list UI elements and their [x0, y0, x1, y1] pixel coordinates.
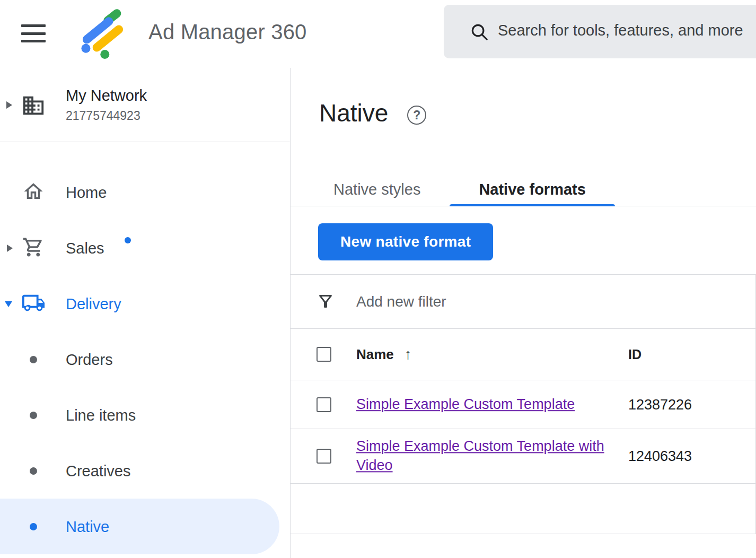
column-header-id[interactable]: ID [628, 347, 641, 362]
network-id: 21775744923 [66, 109, 147, 123]
sidebar-item-label: Orders [66, 351, 113, 368]
network-info: My Network 21775744923 [66, 87, 147, 123]
row-checkbox[interactable] [317, 397, 331, 412]
sidebar-item-native[interactable]: Native [0, 499, 279, 554]
filter-bar[interactable]: Add new filter [291, 274, 755, 329]
new-native-format-button[interactable]: New native format [318, 223, 493, 260]
sidebar-nav: Home Sales Delivery Orders [0, 142, 290, 554]
bullet-icon [30, 523, 37, 530]
main-content: Native ? Native styles Native formats Ne… [291, 68, 756, 558]
page-title: Native [319, 99, 388, 127]
sidebar-item-label: Sales [66, 239, 104, 257]
notification-dot [125, 237, 131, 243]
add-filter-label: Add new filter [356, 293, 446, 310]
ad-manager-logo-icon [78, 7, 127, 58]
sidebar-item-label: Delivery [66, 295, 121, 312]
sort-ascending-icon[interactable]: ↑ [405, 346, 412, 362]
menu-icon[interactable] [21, 24, 46, 42]
sidebar: My Network 21775744923 Home Sales [0, 68, 291, 558]
table-row: Simple Example Custom Template 12387226 [291, 380, 755, 429]
help-icon[interactable]: ? [407, 106, 426, 125]
toolbar: New native format [318, 223, 756, 260]
tab-bar: Native styles Native formats [291, 173, 756, 206]
sidebar-item-orders[interactable]: Orders [0, 332, 290, 387]
building-icon [21, 93, 46, 120]
sidebar-item-delivery[interactable]: Delivery [0, 276, 290, 332]
sidebar-item-label: Native [66, 518, 109, 535]
sidebar-item-label: Line items [66, 406, 136, 424]
tab-native-formats[interactable]: Native formats [450, 173, 614, 206]
top-app-bar: Ad Manager 360 Search for tools, feature… [0, 0, 756, 68]
bullet-icon [30, 412, 37, 419]
native-format-link[interactable]: Simple Example Custom Template [356, 396, 575, 412]
network-selector[interactable]: My Network 21775744923 [0, 68, 290, 142]
filter-icon [316, 292, 335, 313]
chevron-right-icon [7, 245, 13, 252]
sidebar-item-line-items[interactable]: Line items [0, 387, 290, 443]
table-header-row: Name↑ ID [291, 329, 755, 380]
network-name: My Network [66, 87, 147, 104]
native-format-link[interactable]: Simple Example Custom Template with Vide… [356, 438, 604, 473]
row-checkbox[interactable] [317, 449, 331, 464]
sidebar-item-creatives[interactable]: Creatives [0, 443, 290, 499]
sidebar-item-home[interactable]: Home [0, 164, 290, 220]
chevron-down-icon [5, 301, 12, 307]
tab-native-styles[interactable]: Native styles [304, 173, 450, 206]
sidebar-item-label: Creatives [66, 462, 131, 479]
truck-icon [21, 291, 46, 317]
cart-icon [21, 236, 46, 260]
sidebar-item-label: Home [66, 184, 107, 201]
column-header-name[interactable]: Name [356, 346, 394, 362]
search-bar[interactable]: Search for tools, features, and more [444, 5, 756, 58]
table-row: Simple Example Custom Template with Vide… [291, 429, 755, 484]
app-title: Ad Manager 360 [148, 20, 307, 44]
native-format-id: 12387226 [628, 396, 692, 413]
bullet-icon [30, 467, 37, 475]
sidebar-item-sales[interactable]: Sales [0, 220, 290, 276]
search-placeholder: Search for tools, features, and more [498, 22, 743, 39]
chevron-right-icon [6, 101, 12, 109]
native-formats-panel: Add new filter Name↑ ID Simple Example C… [291, 274, 756, 534]
home-icon [21, 180, 46, 205]
search-icon [469, 22, 489, 44]
native-formats-table: Name↑ ID Simple Example Custom Template … [291, 329, 755, 534]
select-all-checkbox[interactable] [317, 347, 331, 362]
table-footer-strip [291, 484, 755, 534]
native-format-id: 12406343 [628, 448, 692, 465]
page-header: Native ? [319, 99, 756, 127]
bullet-icon [30, 356, 37, 363]
